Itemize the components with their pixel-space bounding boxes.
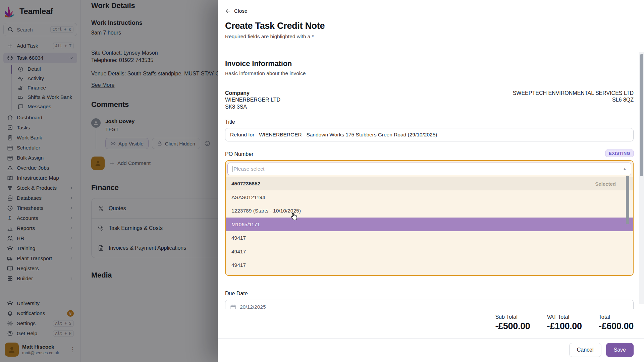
- sub-total: Sub Total -£500.00: [495, 314, 530, 331]
- po-options-list: 4507235852 Selected ASAS0121194 1223789 …: [226, 177, 633, 276]
- po-select-placeholder: Please select: [233, 166, 264, 172]
- po-option-label: 49417: [231, 262, 246, 268]
- po-option-label: 49417: [231, 235, 246, 241]
- arrow-left-icon: [225, 8, 231, 14]
- invoice-form: Invoice Information Basic information ab…: [218, 49, 644, 314]
- po-option[interactable]: 1223789 (Starts - 10/10/2025): [226, 204, 633, 218]
- modal-subtitle: Required fields are highlighted with a *: [225, 34, 634, 40]
- po-option[interactable]: 4507235852 Selected: [226, 177, 633, 191]
- po-option-label: M1065/1171: [231, 222, 260, 228]
- sub-total-label: Sub Total: [495, 314, 530, 320]
- po-option-label: 4507235852: [231, 181, 260, 187]
- po-option[interactable]: 49417: [226, 258, 633, 272]
- cancel-button[interactable]: Cancel: [569, 343, 601, 357]
- company-label: Company: [225, 90, 280, 97]
- po-option[interactable]: 49417: [226, 245, 633, 258]
- selected-tag: Selected: [595, 181, 616, 187]
- vat-total: VAT Total -£100.00: [547, 314, 582, 331]
- title-field-label: Title: [225, 119, 634, 125]
- po-option[interactable]: 60458: [226, 272, 633, 276]
- totals-row: Sub Total -£500.00 VAT Total -£100.00 To…: [218, 309, 644, 338]
- po-option-label: ASAS0121194: [231, 194, 265, 200]
- vat-total-label: VAT Total: [547, 314, 582, 320]
- po-select-search-input[interactable]: Please select ▲: [227, 163, 631, 175]
- total-label: Total: [599, 314, 634, 320]
- company-block: Company WIENERBERGER LTD SK8 3SA: [225, 90, 280, 110]
- po-option-hovered[interactable]: M1065/1171: [226, 218, 633, 231]
- sub-total-value: -£500.00: [495, 321, 530, 331]
- supplier-block: SWEEPTECH ENVIRONMENTAL SERVICES LTD SL6…: [513, 90, 634, 110]
- scrollbar-thumb[interactable]: [640, 54, 643, 176]
- supplier-name: SWEEPTECH ENVIRONMENTAL SERVICES LTD: [513, 90, 634, 97]
- supplier-postcode: SL6 8QZ: [513, 97, 634, 103]
- po-option-label: 1223789 (Starts - 10/10/2025): [231, 208, 301, 214]
- total: Total -£600.00: [599, 314, 634, 331]
- caret-up-icon[interactable]: ▲: [623, 167, 627, 171]
- po-option-label: 49417: [231, 249, 246, 255]
- due-date-label: Due Date: [225, 291, 634, 297]
- po-number-label: PO Number: [225, 151, 253, 157]
- company-postcode: SK8 3SA: [225, 104, 280, 110]
- save-button[interactable]: Save: [606, 343, 634, 357]
- title-input-value: Refund for - WIENERBERGER - Sandown Work…: [230, 132, 437, 138]
- po-number-select: Please select ▲ 4507235852 Selected ASAS…: [225, 160, 634, 276]
- vat-total-value: -£100.00: [547, 321, 582, 331]
- create-task-credit-note-modal: Close Create Task Credit Note Required f…: [218, 0, 644, 362]
- company-name: WIENERBERGER LTD: [225, 97, 280, 103]
- modal-title: Create Task Credit Note: [225, 21, 634, 31]
- existing-badge: EXISTING: [605, 149, 634, 157]
- po-option[interactable]: ASAS0121194: [226, 190, 633, 204]
- close-button[interactable]: Close: [225, 8, 248, 14]
- text-caret: [232, 166, 232, 172]
- title-input[interactable]: Refund for - WIENERBERGER - Sandown Work…: [225, 128, 634, 141]
- dropdown-scrollbar-thumb[interactable]: [626, 176, 629, 224]
- close-label: Close: [234, 8, 248, 14]
- modal-footer: Sub Total -£500.00 VAT Total -£100.00 To…: [218, 309, 644, 362]
- scrollbar-track[interactable]: [639, 52, 644, 304]
- modal-backdrop[interactable]: [0, 0, 218, 362]
- total-value: -£600.00: [599, 321, 634, 331]
- po-option[interactable]: 49417: [226, 231, 633, 245]
- section-subtitle: Basic information about the invoice: [225, 70, 634, 76]
- section-title: Invoice Information: [225, 59, 634, 68]
